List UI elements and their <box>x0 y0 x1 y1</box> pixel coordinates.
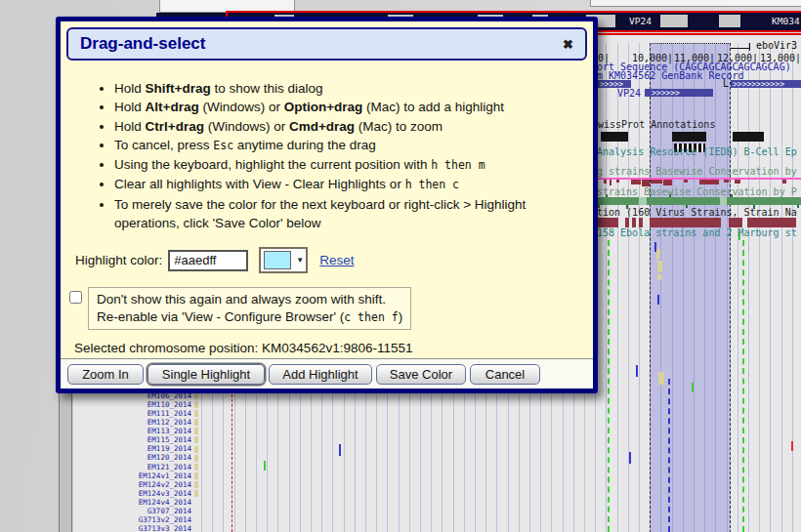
track-text: g strains Basewise Conservation by <box>597 167 797 177</box>
track-rect <box>657 261 662 272</box>
track-text: KM034 <box>772 17 800 26</box>
track-rect <box>672 132 706 142</box>
track-rect <box>719 15 740 27</box>
track-rect <box>339 444 341 456</box>
highlight-color-input[interactable] <box>168 250 248 271</box>
track-text: L <box>723 79 729 89</box>
gridline <box>748 43 749 532</box>
track-rect <box>684 180 688 183</box>
track-rect <box>654 242 656 252</box>
strain-row-label: EM124v4_2014 <box>73 498 191 507</box>
instruction-item: To cancel, press Esc anytime during the … <box>114 136 569 155</box>
text-segment: Hold <box>114 100 146 114</box>
track-rect <box>692 383 694 392</box>
track-text: Analysis Resource (IEDB) B-Cell Ep <box>597 147 797 157</box>
track-rect <box>227 11 801 13</box>
track-rect <box>735 180 740 184</box>
strain-row-label: EM110_2014 <box>73 400 191 409</box>
selection-highlight[interactable] <box>650 43 731 532</box>
instruction-item: Clear all highlights with View - Clear H… <box>114 175 569 194</box>
track-rect <box>194 401 198 408</box>
text-segment: ) <box>399 309 403 324</box>
track-rect <box>720 197 727 205</box>
track-rect <box>194 419 198 426</box>
track-rect <box>594 178 801 180</box>
instruction-item: Hold Alt+drag (Windows) or Option+drag (… <box>114 98 569 116</box>
track-rect <box>194 464 198 471</box>
track-text: 158 Ebola strains and 2 Marburg st <box>597 228 797 238</box>
dashed-marker-line <box>742 240 744 532</box>
text-segment: Option+drag <box>284 100 363 114</box>
position-text: Selected chromosome position: KM034562v1… <box>74 341 412 355</box>
zoom-in-button[interactable]: Zoom In <box>67 364 144 385</box>
track-rect <box>749 43 750 51</box>
dialog-footer: Zoom InSingle HighlightAdd HighlightSave… <box>61 358 593 389</box>
track-rect <box>194 428 198 434</box>
track-text: tion (160 Virus Strains, Strain Na <box>597 208 797 218</box>
track-rect <box>604 180 607 184</box>
partial-toolbar-box <box>590 0 801 7</box>
color-swatch-dropdown[interactable]: ▼ <box>259 247 308 273</box>
text-segment: To cancel, press <box>114 138 213 152</box>
dropdown-arrow-icon: ▼ <box>296 256 304 265</box>
track-rect <box>194 472 198 479</box>
strain-row-label: EM120_2014 <box>73 453 191 462</box>
track-rect <box>650 218 721 227</box>
track-rect <box>639 197 647 205</box>
single-highlight-button[interactable]: Single Highlight <box>148 364 265 385</box>
track-rect <box>194 490 198 497</box>
track-rect <box>194 436 198 443</box>
strain-row-label: G3713v3_2014 <box>73 524 191 532</box>
track-rect <box>782 180 786 184</box>
dont-show-checkbox[interactable] <box>69 291 82 304</box>
gridline <box>792 43 793 532</box>
track-rect <box>636 365 638 377</box>
add-highlight-button[interactable]: Add Highlight <box>269 364 372 385</box>
strain-row-label: EM113_2014 <box>73 427 191 435</box>
text-segment: Shift+drag <box>146 81 211 96</box>
track-text: wissProt Annotations <box>598 120 715 130</box>
track-text: VP24 <box>617 89 641 99</box>
save-color-button[interactable]: Save Color <box>376 364 466 385</box>
checkbox-label-box: Don't show this again and always zoom wi… <box>88 287 411 330</box>
strain-row-label: EM124v3_2014 <box>73 489 191 498</box>
strain-row-label: EM112_2014 <box>73 418 191 427</box>
strain-row-label: EM119_2014 <box>73 444 191 453</box>
checkbox-line2: Re-enable via 'View - Configure Browser'… <box>97 308 402 326</box>
gridline <box>770 43 771 532</box>
checkbox-line1: Don't show this again and always zoom wi… <box>97 291 402 308</box>
cancel-button[interactable]: Cancel <box>470 364 540 385</box>
track-rect <box>194 410 198 417</box>
track-text: eboVir3 <box>756 41 797 51</box>
track-rect <box>657 274 661 280</box>
instruction-item: To merely save the color for the next ke… <box>114 195 569 233</box>
reset-link[interactable]: Reset <box>319 253 354 267</box>
track-rect <box>632 218 636 227</box>
text-segment: Ctrl+drag <box>146 119 204 134</box>
text-segment: h then c <box>405 178 459 191</box>
track-rect <box>194 446 198 453</box>
text-segment: Esc <box>213 139 233 152</box>
track-rect <box>657 295 659 305</box>
track-rect <box>601 132 628 142</box>
dialog-header: Drag-and-select ✖ <box>66 27 587 61</box>
track-text: VP24 <box>629 17 652 26</box>
gridline <box>617 43 618 532</box>
track-rect <box>264 461 266 471</box>
track-rect <box>631 180 641 184</box>
track-rect <box>639 218 643 227</box>
text-segment: (Windows) or <box>199 100 284 114</box>
strain-row-label: EM111_2014 <box>73 409 191 418</box>
track-rect <box>733 132 764 142</box>
strain-row-label: G3707_2014 <box>73 507 191 515</box>
track-rect <box>797 205 799 208</box>
highlight-color-label: Highlight color: <box>75 253 162 267</box>
strain-row-label: G3713v2_2014 <box>73 515 191 524</box>
track-rect <box>791 441 793 451</box>
text-segment: c then f <box>344 310 398 324</box>
track-rect <box>629 452 631 464</box>
instruction-item: Using the keyboard, highlight the curren… <box>114 155 569 175</box>
close-icon[interactable]: ✖ <box>563 37 573 52</box>
gridline <box>781 43 782 532</box>
gridline <box>759 43 760 532</box>
